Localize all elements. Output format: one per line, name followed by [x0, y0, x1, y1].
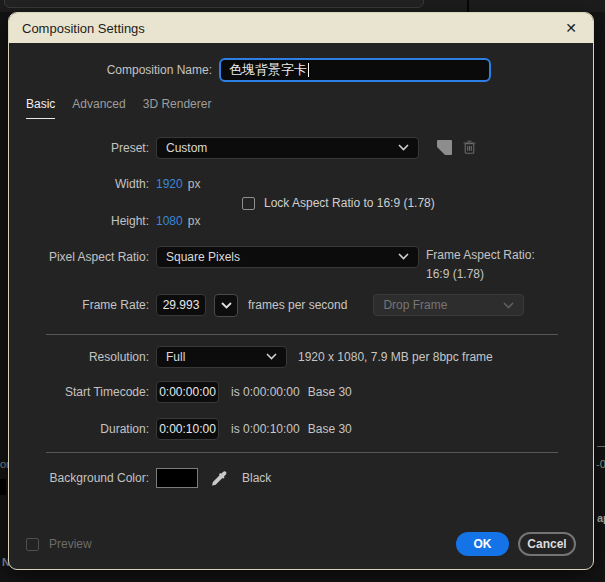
background-color-name: Black: [242, 471, 271, 485]
drop-frame-dropdown: Drop Frame: [373, 294, 524, 316]
frame-aspect-ratio: Frame Aspect Ratio: 16:9 (1.78): [426, 246, 535, 284]
text-caret: [308, 63, 309, 77]
pixel-aspect-label: Pixel Aspect Ratio:: [9, 250, 149, 264]
start-timecode-is: is 0:00:00:00: [231, 385, 300, 399]
start-timecode-input[interactable]: 0:00:00:00: [156, 381, 219, 403]
tab-advanced[interactable]: Advanced: [72, 97, 125, 119]
composition-name-label: Composition Name:: [9, 63, 212, 77]
drop-frame-value: Drop Frame: [383, 298, 503, 312]
height-row: Height: 1080 px: [9, 210, 593, 232]
tab-3d-renderer[interactable]: 3D Renderer: [143, 97, 212, 119]
background-text-fragment: -0.0: [596, 458, 605, 470]
duration-row: Duration: 0:00:10:00 is 0:00:10:00 Base …: [9, 417, 593, 440]
preset-label: Preset:: [9, 141, 149, 155]
tab-basic[interactable]: Basic: [26, 97, 55, 119]
delete-preset-button[interactable]: [462, 139, 479, 156]
close-icon[interactable]: ✕: [562, 19, 580, 37]
composition-name-row: Composition Name: 色塊背景字卡: [9, 57, 593, 83]
background-color-label: Background Color:: [9, 471, 149, 485]
preview-checkbox[interactable]: [26, 538, 39, 551]
save-preset-icon: [437, 140, 452, 155]
divider: [46, 334, 558, 335]
lock-aspect-label: Lock Aspect Ratio to 16:9 (1.78): [264, 196, 435, 210]
resolution-label: Resolution:: [9, 350, 149, 364]
resolution-row: Resolution: Full 1920 x 1080, 7.9 MB per…: [9, 345, 593, 368]
resolution-value: Full: [166, 350, 266, 364]
lock-aspect-checkbox[interactable]: [242, 197, 255, 210]
height-value[interactable]: 1080: [156, 214, 183, 228]
start-timecode-label: Start Timecode:: [9, 385, 149, 399]
cancel-button[interactable]: Cancel: [518, 532, 576, 556]
background-color-swatch[interactable]: [156, 468, 198, 488]
chevron-down-icon: [398, 144, 409, 151]
preset-row: Preset: Custom: [9, 136, 593, 159]
background-panel-strip: [0, 0, 605, 12]
eyedropper-icon[interactable]: [211, 470, 228, 487]
start-timecode-value: 0:00:00:00: [159, 385, 216, 399]
composition-name-value: 色塊背景字卡: [229, 61, 307, 79]
frame-aspect-value: 16:9 (1.78): [426, 265, 535, 284]
save-preset-button[interactable]: [436, 139, 453, 156]
preview-label: Preview: [49, 537, 92, 551]
frame-rate-preset-button[interactable]: [214, 294, 238, 317]
height-label: Height:: [9, 214, 149, 228]
composition-settings-dialog: Composition Settings ✕ Composition Name:…: [8, 12, 594, 570]
chevron-down-icon: [221, 302, 232, 309]
frame-aspect-label: Frame Aspect Ratio:: [426, 246, 535, 265]
composition-name-input[interactable]: 色塊背景字卡: [219, 58, 491, 82]
width-label: Width:: [9, 177, 149, 191]
background-panel-divider: [467, 0, 469, 12]
app-background: or -0.0 ap N Composition Settings ✕ Comp…: [0, 0, 605, 582]
duration-is: is 0:00:10:00: [231, 422, 300, 436]
frame-rate-row: Frame Rate: 29.993 frames per second Dro…: [9, 293, 593, 317]
background-line-fragment: [597, 446, 605, 447]
background-widget-fragment: [4, 0, 424, 8]
start-timecode-row: Start Timecode: 0:00:00:00 is 0:00:00:00…: [9, 380, 593, 403]
width-unit: px: [188, 177, 201, 191]
chevron-down-icon: [266, 353, 277, 360]
chevron-down-icon: [398, 253, 409, 260]
start-timecode-base: Base 30: [308, 385, 352, 399]
dialog-title: Composition Settings: [22, 21, 562, 36]
frame-rate-value: 29.993: [163, 298, 200, 312]
width-value[interactable]: 1920: [156, 177, 183, 191]
preset-value: Custom: [166, 141, 398, 155]
duration-base: Base 30: [308, 422, 352, 436]
pixel-aspect-dropdown[interactable]: Square Pixels: [156, 246, 419, 268]
duration-input[interactable]: 0:00:10:00: [156, 418, 219, 440]
ok-button[interactable]: OK: [456, 532, 509, 556]
resolution-dropdown[interactable]: Full: [156, 346, 287, 368]
dialog-titlebar: Composition Settings ✕: [9, 13, 593, 43]
pixel-aspect-value: Square Pixels: [166, 250, 398, 264]
settings-tabs: Basic Advanced 3D Renderer: [26, 97, 211, 119]
trash-icon: [462, 139, 477, 155]
divider: [46, 452, 558, 453]
duration-label: Duration:: [9, 422, 149, 436]
resolution-info: 1920 x 1080, 7.9 MB per 8bpc frame: [298, 350, 493, 364]
chevron-down-icon: [503, 302, 514, 309]
duration-value: 0:00:10:00: [159, 422, 216, 436]
width-row: Width: 1920 px: [9, 173, 593, 195]
background-black-strip: [0, 479, 6, 495]
frame-rate-label: Frame Rate:: [9, 298, 149, 312]
background-text-fragment: ap: [597, 512, 605, 524]
preset-dropdown[interactable]: Custom: [156, 137, 419, 159]
height-unit: px: [188, 214, 201, 228]
frame-rate-input[interactable]: 29.993: [156, 294, 206, 316]
background-color-row: Background Color: Black: [9, 467, 593, 489]
frames-per-second-label: frames per second: [248, 298, 347, 312]
footer-row: Preview OK Cancel: [9, 531, 593, 557]
